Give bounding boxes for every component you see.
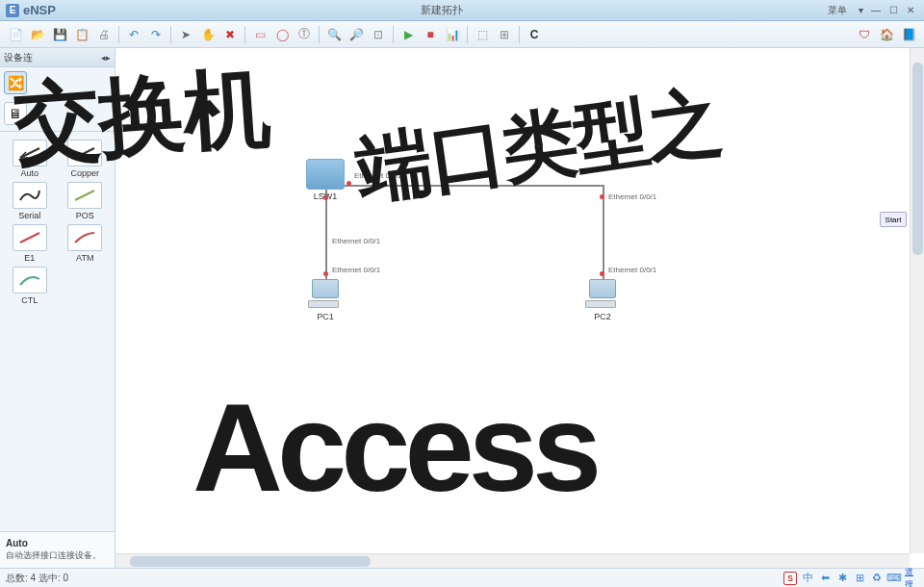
zoom-out-button[interactable]: 🔎 bbox=[346, 25, 366, 44]
port-label: Ethernet 0/0/1 bbox=[332, 266, 380, 274]
minimize-button[interactable]: — bbox=[868, 4, 884, 17]
canvas[interactable]: LSW1 Ethernet 0/0/1 Ethernet 0/0/2 Ether… bbox=[116, 48, 924, 568]
info-panel: Auto 自动选择接口连接设备。 bbox=[0, 531, 115, 568]
stop-all-button[interactable]: ■ bbox=[421, 25, 440, 44]
pc-icon bbox=[308, 279, 343, 310]
scrollbar-vertical[interactable] bbox=[910, 48, 924, 553]
switch-icon bbox=[306, 159, 345, 190]
connection-grid: Auto Copper Serial POS E1 ATM bbox=[0, 134, 115, 311]
port-label: Ethernet 0/0/1 bbox=[608, 192, 656, 201]
zoom-fit-button[interactable]: ⊡ bbox=[369, 25, 388, 44]
text-button[interactable]: Ⓣ bbox=[295, 25, 314, 44]
tool-button[interactable]: ⬚ bbox=[473, 25, 492, 44]
sidebar-tab-label: 设备连 bbox=[4, 51, 33, 64]
port-indicator bbox=[600, 271, 604, 276]
help-button[interactable]: 🛡 bbox=[855, 25, 874, 44]
port-indicator bbox=[346, 181, 351, 186]
device-label: PC2 bbox=[594, 312, 611, 321]
conn-ctl[interactable]: CTL bbox=[6, 267, 54, 305]
toolbar-sep bbox=[519, 26, 520, 43]
toolbar-sep bbox=[118, 26, 119, 43]
toolbar-sep bbox=[244, 26, 245, 43]
tray-icon[interactable]: ⊞ bbox=[853, 572, 866, 585]
divider bbox=[0, 131, 115, 132]
maximize-button[interactable]: ☐ bbox=[886, 4, 901, 17]
toolbar: 📄 📂 💾 📋 🖨 ↶ ↷ ➤ ✋ ✖ ▭ ◯ Ⓣ 🔍 🔎 ⊡ ▶ ■ 📊 ⬚ … bbox=[0, 21, 924, 48]
info-title: Auto bbox=[6, 538, 109, 549]
toolbar-sep bbox=[467, 26, 468, 43]
ime-icon[interactable]: 中 bbox=[801, 572, 814, 585]
menu-label[interactable]: 菜单 bbox=[828, 4, 847, 17]
conn-serial[interactable]: Serial bbox=[6, 182, 54, 220]
toolbar-sep bbox=[319, 26, 320, 43]
zoom-in-button[interactable]: 🔍 bbox=[324, 25, 344, 44]
pan-button[interactable]: ✋ bbox=[198, 25, 218, 44]
settings-button[interactable]: 📘 bbox=[899, 25, 918, 44]
ellipse-button[interactable]: ◯ bbox=[272, 25, 292, 44]
link-line[interactable] bbox=[325, 188, 327, 279]
new-button[interactable]: 📄 bbox=[6, 25, 25, 44]
tray-icon[interactable]: S bbox=[783, 572, 797, 585]
conn-pos[interactable]: POS bbox=[62, 182, 110, 220]
device-pc2[interactable]: PC2 bbox=[585, 279, 620, 321]
tray-icon[interactable]: ♻ bbox=[870, 572, 884, 585]
pc-icon bbox=[585, 279, 620, 310]
tray-icon[interactable]: ✱ bbox=[835, 572, 849, 585]
tray-icon[interactable]: ⬅ bbox=[818, 572, 832, 585]
window-controls: — ☐ ✕ bbox=[868, 4, 918, 17]
redo-button[interactable]: ↷ bbox=[146, 25, 166, 44]
save-button[interactable]: 💾 bbox=[50, 25, 69, 44]
undo-button[interactable]: ↶ bbox=[124, 25, 143, 44]
menu-dropdown-icon[interactable]: ▾ bbox=[853, 4, 868, 17]
port-indicator bbox=[600, 194, 604, 199]
conn-atm[interactable]: ATM bbox=[62, 224, 110, 263]
tray-icon[interactable]: ⌨ bbox=[887, 572, 901, 585]
logo-icon: E bbox=[6, 4, 19, 17]
delete-button[interactable]: ✖ bbox=[220, 25, 240, 44]
device-category-row: 🔀 bbox=[0, 67, 115, 98]
capture-button[interactable]: 📊 bbox=[443, 25, 462, 44]
rect-button[interactable]: ▭ bbox=[250, 25, 270, 44]
status-count: 总数: 4 选中: 0 bbox=[6, 572, 68, 585]
link-line[interactable] bbox=[325, 185, 604, 187]
save-as-button[interactable]: 📋 bbox=[72, 25, 91, 44]
category-router[interactable]: 🔀 bbox=[4, 71, 27, 94]
scrollbar-thumb[interactable] bbox=[912, 63, 923, 255]
app-name: eNSP bbox=[23, 3, 56, 17]
tab-chevron-icon[interactable]: ◂▸ bbox=[101, 53, 111, 63]
status-bar: 总数: 4 选中: 0 S 中 ⬅ ✱ ⊞ ♻ ⌨ 知道搜狗 bbox=[0, 568, 924, 587]
system-tray: S 中 ⬅ ✱ ⊞ ♻ ⌨ 知道搜狗 bbox=[783, 572, 918, 585]
print-button[interactable]: 🖨 bbox=[94, 25, 114, 44]
window-title: 新建拓扑 bbox=[56, 3, 828, 17]
pointer-button[interactable]: ➤ bbox=[176, 25, 195, 44]
tool-button[interactable]: ⊞ bbox=[495, 25, 514, 44]
open-button[interactable]: 📂 bbox=[28, 25, 47, 44]
conn-e1[interactable]: E1 bbox=[6, 224, 54, 263]
device-category-row: 🖥 bbox=[0, 98, 115, 129]
sidebar-tab[interactable]: 设备连 ◂▸ bbox=[0, 48, 115, 67]
port-label: Ethernet 0/0/1 bbox=[332, 237, 380, 245]
port-indicator bbox=[323, 271, 328, 276]
home-button[interactable]: 🏠 bbox=[877, 25, 896, 44]
title-bar: E eNSP 新建拓扑 菜单 ▾ — ☐ ✕ bbox=[0, 0, 924, 21]
port-label: Ethernet 0/0/1 bbox=[608, 266, 656, 274]
info-desc: 自动选择接口连接设备。 bbox=[6, 550, 109, 562]
cli-button[interactable]: C bbox=[525, 25, 544, 44]
conn-copper[interactable]: Copper bbox=[62, 140, 110, 178]
conn-auto[interactable]: Auto bbox=[6, 140, 54, 178]
tray-link[interactable]: 知道搜狗 bbox=[905, 572, 918, 585]
scrollbar-horizontal[interactable] bbox=[116, 553, 910, 568]
app-logo: E eNSP bbox=[6, 3, 56, 17]
start-all-button[interactable]: ▶ bbox=[398, 25, 418, 44]
close-button[interactable]: ✕ bbox=[903, 4, 918, 17]
scrollbar-thumb[interactable] bbox=[130, 556, 371, 567]
toolbar-sep bbox=[170, 26, 171, 43]
toolbar-sep bbox=[393, 26, 394, 43]
start-button[interactable]: Start bbox=[880, 212, 907, 227]
device-label: PC1 bbox=[317, 312, 334, 321]
port-indicator bbox=[323, 195, 328, 200]
category-pc[interactable]: 🖥 bbox=[4, 102, 27, 125]
sidebar: 设备连 ◂▸ 🔀 🖥 Auto Copper Serial bbox=[0, 48, 116, 568]
device-pc1[interactable]: PC1 bbox=[308, 279, 343, 321]
port-label: Ethernet 0/0/2 bbox=[354, 171, 402, 180]
